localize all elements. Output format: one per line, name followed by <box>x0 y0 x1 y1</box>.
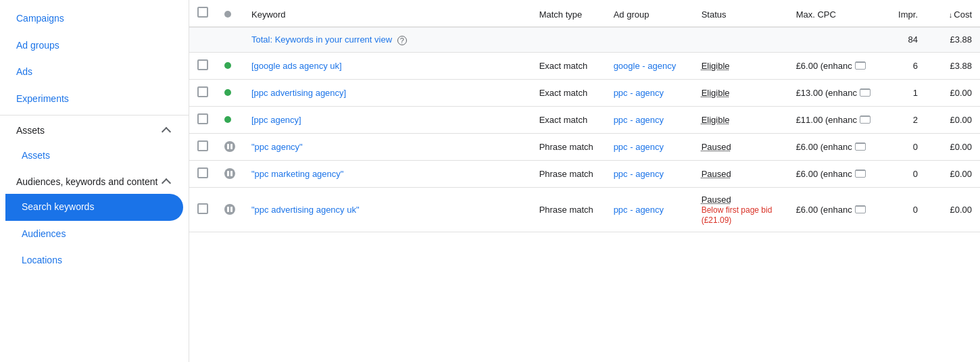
help-icon[interactable]: ? <box>397 36 407 45</box>
row6-status-paused: Paused <box>702 195 731 205</box>
row2-cost-value: £0.00 <box>950 88 972 98</box>
main-content: Keyword Match type Ad group Status Max. … <box>189 0 980 362</box>
sidebar-item-ads[interactable]: Ads <box>0 59 183 86</box>
row3-status-dot-icon <box>224 116 231 123</box>
th-keyword-label: Keyword <box>251 9 286 20</box>
row4-bid-icon[interactable] <box>855 143 866 151</box>
row3-cost-value: £0.00 <box>950 115 972 125</box>
row3-match-type: Exact match <box>531 106 606 133</box>
row3-checkbox[interactable] <box>197 113 208 124</box>
row5-cpc-cell: £6.00 (enhanc <box>796 169 871 179</box>
sidebar-section-assets[interactable]: Assets <box>0 118 189 143</box>
table-row: [ppc advertising agency] Exact match ppc… <box>189 79 980 106</box>
row3-keyword-cell: [ppc agency] <box>243 106 531 133</box>
row1-cpc: £6.00 (enhanc <box>788 52 879 79</box>
row4-ad-group-link[interactable]: ppc - agency <box>614 142 664 152</box>
th-impr[interactable]: Impr. <box>879 0 926 27</box>
th-ad-group[interactable]: Ad group <box>606 0 693 27</box>
row3-match-type-value: Exact match <box>539 115 588 125</box>
row1-bid-icon[interactable] <box>855 61 866 70</box>
row5-keyword-link[interactable]: "ppc marketing agency" <box>251 169 343 179</box>
row5-checkbox[interactable] <box>197 167 208 178</box>
total-cost-value: £3.88 <box>950 34 972 45</box>
row3-cpc: £11.00 (enhanc <box>788 106 879 133</box>
row2-ad-group-link[interactable]: ppc - agency <box>614 88 664 98</box>
row1-keyword-link[interactable]: [google ads agency uk] <box>251 61 342 71</box>
th-match-type[interactable]: Match type <box>531 0 606 27</box>
row5-ad-group-link[interactable]: ppc - agency <box>614 169 664 179</box>
row1-cpc-cell: £6.00 (enhanc <box>796 61 871 71</box>
total-match-type <box>531 27 606 52</box>
row6-impr: 0 <box>879 187 926 232</box>
sidebar-item-ads-label: Ads <box>16 66 32 77</box>
row4-pause-icon <box>224 141 235 152</box>
row6-keyword-link[interactable]: "ppc advertising agency uk" <box>251 205 360 215</box>
row6-match-type-value: Phrase match <box>539 205 593 215</box>
row3-keyword-link[interactable]: [ppc agency] <box>251 115 301 125</box>
sidebar-section-audiences[interactable]: Audiences, keywords and content <box>0 170 189 194</box>
sidebar-item-search-keywords[interactable]: Search keywords <box>5 194 183 221</box>
row2-bid-icon[interactable] <box>860 88 871 97</box>
row1-ad-group-link[interactable]: google - agency <box>614 61 677 71</box>
row5-match-type: Phrase match <box>531 160 606 187</box>
row4-keyword-link[interactable]: "ppc agency" <box>251 142 303 152</box>
th-cost[interactable]: ↓Cost <box>926 0 980 27</box>
row1-checkbox[interactable] <box>197 59 208 70</box>
row5-cost: £0.00 <box>926 160 980 187</box>
divider-1 <box>0 115 189 115</box>
total-impr: 84 <box>879 27 926 52</box>
sidebar-item-audiences[interactable]: Audiences <box>5 221 183 248</box>
sidebar-item-ad-groups-label: Ad groups <box>16 40 59 51</box>
row6-ad-group-link[interactable]: ppc - agency <box>614 205 664 215</box>
row1-cost-value: £3.88 <box>950 61 972 71</box>
row4-cost-value: £0.00 <box>950 142 972 152</box>
row3-impr: 2 <box>879 106 926 133</box>
row2-cpc-cell: £13.00 (enhanc <box>796 88 871 98</box>
row2-impr-value: 1 <box>913 88 918 98</box>
th-max-cpc[interactable]: Max. CPC <box>788 0 879 27</box>
row6-cost-value: £0.00 <box>950 205 972 215</box>
row4-match-type: Phrase match <box>531 133 606 160</box>
sidebar-item-assets[interactable]: Assets <box>5 143 183 170</box>
sidebar-item-ad-groups[interactable]: Ad groups <box>0 32 183 59</box>
row6-dot-cell <box>216 187 243 232</box>
row6-checkbox-cell <box>189 187 216 232</box>
chevron-up-icon-2 <box>162 178 171 188</box>
total-label-text: Total: Keywords in your current view <box>251 34 392 45</box>
row2-checkbox[interactable] <box>197 86 208 97</box>
sort-arrow-icon: ↓ <box>949 11 953 19</box>
row4-cpc-cell: £6.00 (enhanc <box>796 142 871 152</box>
row1-match-type-value: Exact match <box>539 61 588 71</box>
row3-ad-group-link[interactable]: ppc - agency <box>614 115 664 125</box>
row3-status: Eligible <box>693 106 788 133</box>
row1-cost: £3.88 <box>926 52 980 79</box>
row5-checkbox-cell <box>189 160 216 187</box>
row2-dot-cell <box>216 79 243 106</box>
row4-cost: £0.00 <box>926 133 980 160</box>
table-row: [google ads agency uk] Exact match googl… <box>189 52 980 79</box>
select-all-checkbox[interactable] <box>197 7 208 18</box>
th-keyword[interactable]: Keyword <box>243 0 531 27</box>
row6-bid-icon[interactable] <box>855 205 866 213</box>
row3-cpc-value: £11.00 (enhanc <box>796 115 857 125</box>
row4-status: Paused <box>693 133 788 160</box>
row3-ad-group: ppc - agency <box>606 106 693 133</box>
row1-impr: 6 <box>879 52 926 79</box>
row1-status-value: Eligible <box>702 61 730 71</box>
row5-bid-icon[interactable] <box>855 170 866 178</box>
sidebar-item-campaigns[interactable]: Campaigns <box>0 5 183 32</box>
row2-cpc-value: £13.00 (enhanc <box>796 88 857 98</box>
row3-bid-icon[interactable] <box>860 115 871 124</box>
th-status-dot <box>216 0 243 27</box>
row6-checkbox[interactable] <box>197 203 208 214</box>
sidebar-item-locations[interactable]: Locations <box>5 247 183 274</box>
sidebar-item-experiments[interactable]: Experiments <box>0 86 183 113</box>
row4-checkbox[interactable] <box>197 140 208 151</box>
sidebar-item-campaigns-label: Campaigns <box>16 13 64 24</box>
row4-status-value: Paused <box>702 142 731 152</box>
total-ad-group <box>606 27 693 52</box>
row1-impr-value: 6 <box>913 61 918 71</box>
th-status[interactable]: Status <box>693 0 788 27</box>
total-label: Total: Keywords in your current view ? <box>251 34 407 45</box>
row2-keyword-link[interactable]: [ppc advertising agency] <box>251 88 346 98</box>
